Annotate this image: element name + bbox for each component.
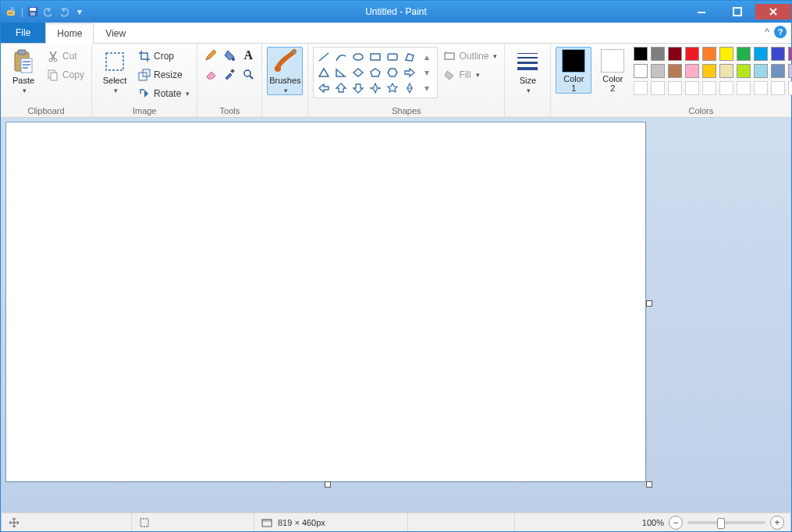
resize-button[interactable]: Resize	[136, 66, 192, 84]
palette-color[interactable]	[651, 64, 665, 78]
palette-color[interactable]	[668, 81, 682, 95]
handle-corner[interactable]	[646, 481, 652, 488]
shape-arrow-left[interactable]	[316, 81, 332, 95]
tab-home[interactable]: Home	[45, 23, 94, 44]
palette-color[interactable]	[651, 47, 665, 61]
shape-right-triangle[interactable]	[333, 66, 349, 80]
window-controls	[684, 4, 791, 20]
crop-button[interactable]: Crop	[136, 47, 192, 66]
qat-customize-icon[interactable]: ▾	[73, 5, 86, 18]
shapes-scroll-up[interactable]: ▴	[419, 50, 435, 64]
undo-icon[interactable]	[42, 5, 55, 18]
group-shapes: ▴ ▾ ▾	[308, 44, 505, 117]
zoom-in-button[interactable]: +	[770, 516, 784, 530]
help-icon[interactable]: ?	[774, 26, 787, 38]
svg-rect-8	[733, 8, 741, 16]
palette-color[interactable]	[754, 64, 768, 78]
tool-color-picker[interactable]	[221, 66, 238, 83]
outline-button[interactable]: Outline ▾	[441, 47, 499, 66]
handle-bottom[interactable]	[325, 481, 331, 488]
svg-point-25	[275, 66, 281, 72]
tool-magnifier[interactable]	[240, 66, 257, 83]
shape-6star[interactable]	[402, 81, 417, 95]
rotate-label: Rotate	[154, 88, 181, 99]
collapse-ribbon-icon[interactable]: ^	[765, 27, 769, 37]
palette-color[interactable]	[788, 47, 792, 61]
size-button[interactable]: Size ▾	[510, 47, 545, 95]
svg-point-15	[49, 59, 52, 62]
palette-color[interactable]	[771, 64, 785, 78]
maximize-button[interactable]	[719, 4, 755, 20]
close-button[interactable]	[755, 4, 791, 20]
shape-4star[interactable]	[368, 81, 383, 95]
copy-button[interactable]: Copy	[44, 66, 87, 84]
brushes-button[interactable]: Brushes ▾	[267, 47, 303, 95]
tab-view[interactable]: View	[94, 23, 137, 43]
shape-hexagon[interactable]	[385, 66, 400, 80]
palette-color[interactable]	[719, 81, 733, 95]
palette-color[interactable]	[685, 81, 699, 95]
shape-oval[interactable]	[350, 50, 366, 64]
minimize-button[interactable]	[684, 4, 719, 20]
palette-color[interactable]	[634, 47, 648, 61]
shape-pentagon[interactable]	[368, 66, 383, 80]
handle-right[interactable]	[646, 300, 652, 307]
palette-color[interactable]	[719, 64, 733, 78]
zoom-slider-thumb[interactable]	[717, 518, 725, 529]
palette-color[interactable]	[771, 81, 785, 95]
shape-curve[interactable]	[333, 50, 349, 64]
palette-color[interactable]	[651, 81, 665, 95]
palette-color[interactable]	[754, 47, 768, 61]
palette-color[interactable]	[788, 64, 792, 78]
palette-color[interactable]	[702, 81, 716, 95]
tool-eraser[interactable]	[202, 66, 219, 83]
zoom-slider[interactable]	[687, 521, 765, 524]
color1-button[interactable]: Color 1	[556, 47, 591, 94]
palette-color[interactable]	[719, 47, 733, 61]
shape-rect[interactable]	[368, 50, 383, 64]
palette-color[interactable]	[771, 47, 785, 61]
shapes-scroll-down[interactable]: ▾	[419, 66, 435, 80]
redo-icon[interactable]	[58, 5, 70, 18]
palette-color[interactable]	[702, 64, 716, 78]
palette-color[interactable]	[737, 47, 751, 61]
select-button[interactable]: Select ▾	[97, 47, 133, 95]
palette-color[interactable]	[685, 64, 699, 78]
palette-color[interactable]	[634, 64, 648, 78]
canvas-area[interactable]	[2, 118, 790, 512]
rotate-button[interactable]: Rotate ▾	[136, 84, 192, 103]
palette-color[interactable]	[754, 81, 768, 95]
shape-arrow-down[interactable]	[350, 81, 366, 95]
paste-button[interactable]: Paste ▾	[5, 47, 41, 95]
save-icon[interactable]	[27, 5, 39, 18]
palette-color[interactable]	[668, 64, 682, 78]
tool-pencil[interactable]	[202, 47, 219, 64]
tool-text[interactable]: A	[240, 47, 257, 64]
palette-color[interactable]	[788, 81, 792, 95]
tab-file[interactable]: File	[1, 23, 45, 43]
zoom-out-button[interactable]: −	[669, 516, 683, 530]
cut-button[interactable]: Cut	[44, 47, 87, 66]
shape-arrow-right[interactable]	[402, 66, 417, 80]
palette-color[interactable]	[737, 81, 751, 95]
tool-fill[interactable]	[221, 47, 238, 64]
palette-color[interactable]	[702, 47, 716, 61]
shape-polygon[interactable]	[402, 50, 417, 64]
palette-color[interactable]	[685, 47, 699, 61]
group-brushes-label	[284, 105, 286, 117]
shapes-gallery[interactable]: ▴ ▾ ▾	[313, 47, 438, 98]
shape-arrow-up[interactable]	[333, 81, 349, 95]
shape-5star[interactable]	[385, 81, 400, 95]
shape-diamond[interactable]	[350, 66, 366, 80]
shape-triangle[interactable]	[316, 66, 332, 80]
palette-color[interactable]	[634, 81, 648, 95]
shape-roundrect[interactable]	[385, 50, 400, 64]
chevron-down-icon: ▾	[284, 87, 288, 94]
canvas[interactable]	[5, 122, 646, 482]
color2-button[interactable]: Color 2	[595, 47, 630, 94]
fill-button[interactable]: Fill ▾	[441, 66, 499, 84]
palette-color[interactable]	[737, 64, 751, 78]
shape-line[interactable]	[316, 50, 332, 64]
shapes-more[interactable]: ▾	[419, 81, 435, 95]
palette-color[interactable]	[668, 47, 682, 61]
